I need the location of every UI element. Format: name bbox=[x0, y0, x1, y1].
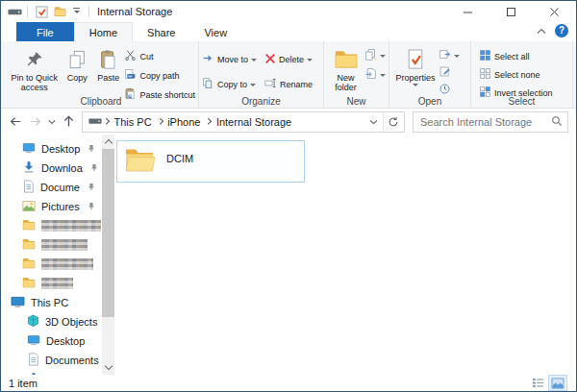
pin-to-quick-access-button[interactable]: Pin to Quick access bbox=[7, 44, 62, 92]
breadcrumb-chevron-icon bbox=[157, 118, 163, 124]
sidebar-item-downloads[interactable]: Downloads bbox=[1, 370, 114, 375]
copy-to-button[interactable]: Copy to bbox=[202, 77, 257, 91]
pictures-icon bbox=[22, 200, 36, 214]
organize-group-label: Organize bbox=[199, 96, 323, 107]
select-all-button[interactable]: Select all bbox=[479, 49, 553, 63]
address-bar: This PC iPhone Internal Storage bbox=[1, 109, 576, 135]
copy-path-button[interactable]: Copy path bbox=[124, 68, 195, 83]
blurred-folder-name bbox=[41, 258, 93, 270]
ribbon-group-new: New folder New bbox=[324, 41, 389, 108]
tab-home[interactable]: Home bbox=[74, 22, 133, 41]
cut-label: Cut bbox=[139, 52, 153, 61]
up-button[interactable] bbox=[59, 111, 79, 133]
refresh-button[interactable] bbox=[383, 112, 402, 132]
move-to-button[interactable]: Move to bbox=[202, 52, 257, 66]
sidebar-item-3d-objects[interactable]: 3D Objects bbox=[1, 312, 114, 331]
titlebar-separator bbox=[88, 6, 89, 17]
sidebar-item-downloads-quick[interactable]: Downloa bbox=[1, 159, 114, 178]
search-input[interactable] bbox=[420, 116, 551, 128]
paste-button[interactable]: Paste bbox=[92, 44, 124, 83]
sidebar-item-blurred-folder[interactable] bbox=[1, 274, 114, 293]
new-folder-button[interactable]: New folder bbox=[327, 44, 364, 92]
sidebar-item-desktop-quick[interactable]: Desktop bbox=[1, 139, 114, 159]
cut-icon bbox=[124, 49, 137, 63]
rename-button[interactable]: Rename bbox=[264, 77, 313, 91]
qat-customize-dropdown[interactable] bbox=[73, 8, 80, 16]
navigation-pane: Desktop Downloa Docume Pictures bbox=[1, 135, 114, 375]
open-dropdown-icon bbox=[454, 55, 460, 61]
scroll-down-icon[interactable] bbox=[104, 362, 112, 370]
rename-label: Rename bbox=[280, 80, 313, 89]
delete-button[interactable]: Delete bbox=[264, 52, 313, 66]
sidebar-item-documents-quick[interactable]: Docume bbox=[1, 178, 114, 197]
folder-icon bbox=[22, 238, 36, 252]
search-box[interactable] bbox=[413, 111, 568, 133]
scroll-up-icon[interactable] bbox=[104, 139, 112, 147]
blurred-folder-name bbox=[41, 220, 101, 232]
collapse-ribbon-icon[interactable] bbox=[537, 25, 546, 37]
open-button[interactable] bbox=[439, 48, 460, 62]
properties-button[interactable]: Properties bbox=[392, 44, 439, 89]
copy-path-label: Copy path bbox=[139, 71, 179, 81]
help-icon[interactable]: ? bbox=[555, 24, 568, 37]
breadcrumb-this-pc[interactable]: This PC bbox=[111, 116, 156, 128]
cut-button[interactable]: Cut bbox=[124, 49, 195, 63]
edit-icon bbox=[439, 65, 451, 80]
ribbon: Pin to Quick access Copy Paste bbox=[1, 41, 576, 109]
copy-button[interactable]: Copy bbox=[62, 44, 92, 83]
tab-file[interactable]: File bbox=[16, 22, 74, 41]
history-icon bbox=[439, 83, 451, 97]
minimize-button[interactable] bbox=[446, 1, 489, 22]
properties-icon bbox=[406, 46, 425, 72]
sidebar-item-blurred-folder[interactable] bbox=[1, 255, 114, 274]
ribbon-tab-row: File Home Share View ? bbox=[1, 22, 576, 41]
maximize-button[interactable] bbox=[489, 1, 533, 22]
address-dropdown-button[interactable] bbox=[364, 112, 383, 132]
pin-icon bbox=[88, 143, 95, 155]
sidebar-item-label: Desktop bbox=[46, 335, 85, 347]
sidebar-item-this-pc[interactable]: This PC bbox=[1, 293, 114, 312]
select-none-label: Select none bbox=[494, 70, 540, 80]
sidebar-item-label: Docume bbox=[40, 182, 80, 193]
copy-to-icon bbox=[202, 77, 214, 91]
ribbon-group-clipboard: Pin to Quick access Copy Paste bbox=[4, 41, 199, 108]
tab-view[interactable]: View bbox=[189, 22, 241, 41]
close-button[interactable] bbox=[533, 1, 576, 22]
search-icon bbox=[551, 115, 563, 129]
select-none-button[interactable]: Select none bbox=[479, 67, 553, 82]
delete-dropdown-icon bbox=[307, 59, 313, 64]
rename-icon bbox=[264, 77, 277, 91]
copy-label: Copy bbox=[67, 73, 88, 83]
sidebar-item-desktop[interactable]: Desktop bbox=[1, 331, 114, 351]
easy-access-button[interactable] bbox=[364, 67, 386, 82]
new-item-button[interactable] bbox=[364, 48, 386, 62]
breadcrumb-internal-storage[interactable]: Internal Storage bbox=[213, 116, 295, 128]
sidebar-item-label: This PC bbox=[31, 297, 68, 308]
folder-tile-dcim[interactable]: DCIM bbox=[116, 140, 305, 183]
sidebar-item-documents[interactable]: Documents bbox=[1, 351, 114, 370]
sidebar-item-blurred-folder[interactable] bbox=[1, 235, 114, 255]
back-button[interactable] bbox=[5, 111, 25, 133]
sidebar-item-pictures-quick[interactable]: Pictures bbox=[1, 197, 114, 216]
edit-button[interactable] bbox=[439, 65, 460, 80]
scrollbar-thumb[interactable] bbox=[102, 149, 114, 317]
details-view-button[interactable] bbox=[529, 376, 546, 390]
recent-locations-dropdown[interactable] bbox=[45, 111, 59, 133]
breadcrumb[interactable]: This PC iPhone Internal Storage bbox=[82, 111, 405, 133]
copy-to-label: Copy to bbox=[217, 80, 247, 89]
tab-share[interactable]: Share bbox=[133, 22, 189, 41]
qat-properties-button[interactable] bbox=[36, 6, 48, 18]
easy-access-dropdown-icon bbox=[380, 74, 386, 80]
qat-new-folder-button[interactable] bbox=[54, 6, 66, 17]
sidebar-scrollbar[interactable] bbox=[102, 135, 114, 375]
sidebar-item-blurred-folder[interactable] bbox=[1, 216, 114, 235]
folder-icon bbox=[22, 219, 36, 233]
breadcrumb-iphone[interactable]: iPhone bbox=[163, 116, 204, 128]
document-icon bbox=[22, 180, 35, 195]
copy-to-dropdown-icon bbox=[250, 84, 256, 89]
move-to-dropdown-icon bbox=[251, 59, 257, 64]
history-button[interactable] bbox=[439, 83, 460, 97]
forward-button[interactable] bbox=[25, 111, 45, 133]
paste-label: Paste bbox=[97, 73, 119, 83]
large-icons-view-button[interactable] bbox=[549, 376, 566, 390]
